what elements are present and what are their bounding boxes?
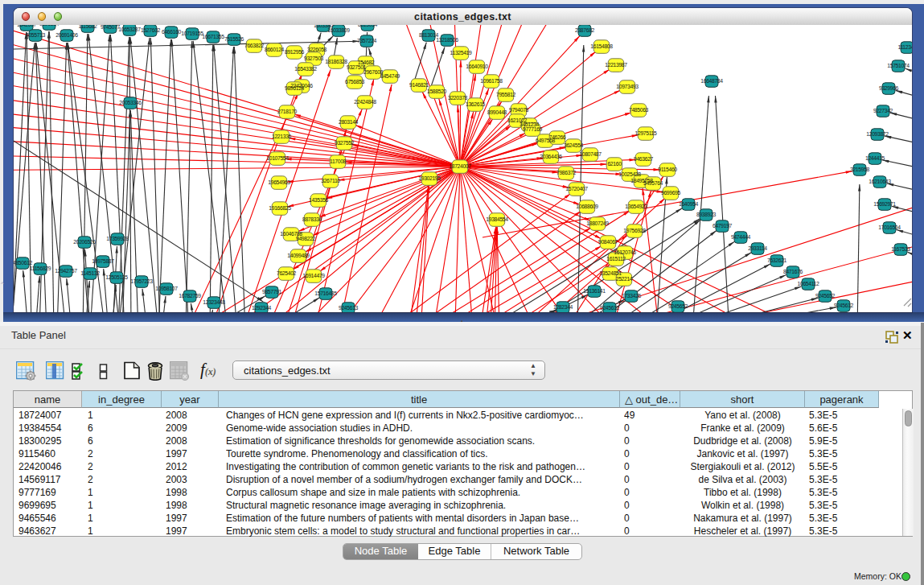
- svg-text:1527602: 1527602: [141, 27, 161, 33]
- svg-text:16640910: 16640910: [466, 64, 488, 69]
- svg-text:10807487: 10807487: [579, 151, 602, 157]
- svg-text:10958107: 10958107: [155, 286, 178, 291]
- svg-text:252214: 252214: [616, 276, 633, 282]
- svg-text:10025438: 10025438: [618, 171, 641, 177]
- svg-text:4850612: 4850612: [14, 260, 33, 266]
- svg-text:13654923: 13654923: [625, 204, 647, 209]
- svg-text:17359928: 17359928: [106, 236, 129, 241]
- svg-text:15136141: 15136141: [583, 288, 606, 294]
- svg-text:1842007: 1842007: [17, 25, 37, 27]
- svg-text:9327503: 9327503: [304, 56, 324, 61]
- svg-text:20364436: 20364436: [540, 154, 562, 159]
- svg-text:15751074: 15751074: [887, 63, 910, 68]
- svg-text:1115682: 1115682: [78, 25, 97, 29]
- svg-text:5495764: 5495764: [643, 180, 663, 186]
- svg-text:12323448: 12323448: [203, 299, 225, 305]
- svg-text:2803144: 2803144: [339, 119, 359, 125]
- svg-text:2718170: 2718170: [277, 109, 298, 114]
- svg-text:2387682: 2387682: [575, 27, 595, 33]
- svg-text:3215958: 3215958: [850, 167, 870, 172]
- svg-text:1615112: 1615112: [606, 256, 626, 262]
- svg-text:10107554: 10107554: [266, 155, 289, 161]
- svg-text:7955812: 7955812: [496, 92, 516, 97]
- svg-text:10973493: 10973493: [616, 84, 639, 89]
- svg-text:18724007: 18724007: [449, 163, 471, 169]
- svg-text:10975887: 10975887: [92, 258, 114, 264]
- svg-text:8912956: 8912956: [285, 49, 305, 55]
- svg-text:15720407: 15720407: [565, 186, 588, 192]
- svg-text:746266: 746266: [549, 134, 566, 140]
- svg-text:20691406: 20691406: [55, 32, 78, 38]
- svg-text:20206526: 20206526: [73, 239, 96, 245]
- svg-text:9745077: 9745077: [101, 25, 121, 30]
- svg-text:6756853: 6756853: [345, 79, 365, 84]
- svg-text:19302195: 19302195: [418, 175, 441, 181]
- svg-text:10719155: 10719155: [181, 31, 203, 36]
- svg-text:8660124: 8660124: [265, 47, 285, 52]
- svg-text:9245612: 9245612: [600, 305, 620, 311]
- svg-text:16648784: 16648784: [700, 78, 723, 84]
- svg-text:1244415: 1244415: [865, 155, 885, 161]
- svg-text:3624554: 3624554: [564, 142, 584, 148]
- svg-text:1112345: 1112345: [897, 44, 912, 50]
- svg-text:1282344: 1282344: [553, 304, 573, 310]
- svg-text:16914479: 16914479: [302, 273, 325, 278]
- svg-text:19166825: 19166825: [269, 205, 291, 211]
- svg-text:22424848: 22424848: [354, 99, 376, 105]
- svg-text:1640954: 1640954: [679, 201, 699, 207]
- svg-text:12975115: 12975115: [635, 130, 658, 136]
- svg-text:7663822: 7663822: [244, 43, 265, 48]
- svg-text:16120746: 16120746: [614, 249, 636, 255]
- svg-text:7485063: 7485063: [629, 107, 649, 113]
- svg-text:9794078: 9794078: [509, 107, 529, 113]
- svg-text:12505135: 12505135: [105, 274, 128, 280]
- svg-text:8454749: 8454749: [380, 73, 400, 79]
- svg-text:19384554: 19384554: [486, 216, 508, 222]
- svg-text:10653287: 10653287: [118, 27, 141, 32]
- svg-text:11156829: 11156829: [30, 266, 51, 271]
- svg-text:3226058: 3226058: [307, 47, 327, 52]
- svg-text:19654963: 19654963: [268, 179, 290, 185]
- svg-text:9474444: 9474444: [731, 234, 751, 240]
- svg-text:9245612: 9245612: [834, 303, 854, 308]
- svg-text:10654112: 10654112: [798, 281, 820, 286]
- svg-text:1221336: 1221336: [272, 134, 292, 139]
- svg-text:14099489: 14099489: [287, 253, 310, 258]
- svg-text:6466160: 6466160: [162, 29, 182, 35]
- svg-text:12213987: 12213987: [605, 62, 627, 68]
- svg-text:13218506: 13218506: [436, 37, 458, 43]
- svg-text:13524851: 13524851: [599, 270, 622, 276]
- svg-text:8471676: 8471676: [783, 269, 803, 274]
- svg-text:9245652: 9245652: [668, 303, 688, 309]
- svg-text:15692971: 15692971: [873, 201, 896, 207]
- svg-text:16543382: 16543382: [294, 66, 317, 72]
- svg-text:7632621: 7632621: [767, 257, 787, 263]
- svg-text:1733426: 1733426: [622, 293, 642, 299]
- svg-text:6479197: 6479197: [713, 223, 733, 229]
- svg-text:10961758: 10961758: [480, 78, 503, 84]
- svg-text:12093872: 12093872: [866, 131, 889, 137]
- svg-text:16671355: 16671355: [202, 34, 224, 39]
- svg-text:12942757: 12942757: [55, 268, 77, 274]
- svg-text:8938923: 8938923: [696, 212, 717, 217]
- svg-text:9084067: 9084067: [598, 239, 618, 245]
- svg-text:9115460: 9115460: [658, 167, 677, 172]
- svg-text:9227342: 9227342: [873, 108, 893, 113]
- svg-text:9146821: 9146821: [409, 82, 429, 88]
- svg-text:8990448: 8990448: [487, 109, 507, 115]
- svg-text:9699695: 9699695: [661, 190, 681, 196]
- svg-text:7357224: 7357224: [357, 38, 377, 43]
- svg-text:9463627: 9463627: [634, 156, 654, 162]
- svg-text:9498222: 9498222: [296, 236, 316, 241]
- svg-text:20053346: 20053346: [119, 100, 142, 105]
- svg-text:1588520: 1588520: [427, 89, 447, 94]
- svg-text:17957223: 17957223: [130, 278, 153, 284]
- svg-text:9896124: 9896124: [285, 85, 305, 91]
- svg-text:18807249: 18807249: [586, 220, 609, 226]
- svg-text:9391534: 9391534: [39, 25, 60, 27]
- svg-text:1145132: 1145132: [80, 270, 100, 276]
- svg-text:16782759: 16782759: [179, 293, 201, 299]
- svg-text:17016504: 17016504: [878, 225, 901, 230]
- svg-text:18186328: 18186328: [325, 59, 347, 64]
- svg-text:16154808: 16154808: [590, 43, 613, 49]
